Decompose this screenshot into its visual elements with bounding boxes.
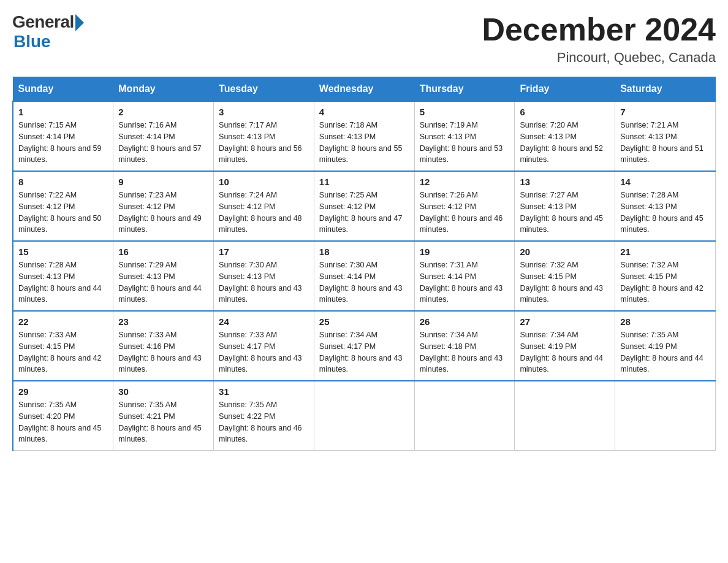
day-cell-23: 23 Sunrise: 7:33 AMSunset: 4:16 PMDaylig… [113,311,214,381]
day-number: 9 [118,177,208,187]
day-number: 19 [420,247,510,257]
day-info: Sunrise: 7:35 AMSunset: 4:22 PMDaylight:… [219,399,309,445]
day-number: 22 [18,316,108,327]
day-info: Sunrise: 7:19 AMSunset: 4:13 PMDaylight:… [420,120,510,166]
day-cell-31: 31 Sunrise: 7:35 AMSunset: 4:22 PMDaylig… [214,381,314,451]
day-info: Sunrise: 7:16 AMSunset: 4:14 PMDaylight:… [118,120,208,166]
day-info: Sunrise: 7:15 AMSunset: 4:14 PMDaylight:… [18,120,108,166]
col-header-monday: Monday [113,77,214,102]
empty-cell [515,381,615,451]
day-number: 28 [620,316,710,327]
day-cell-16: 16 Sunrise: 7:29 AMSunset: 4:13 PMDaylig… [113,241,214,311]
page-header: General Blue December 2024 Pincourt, Que… [12,12,716,66]
day-number: 6 [520,107,610,117]
day-cell-1: 1 Sunrise: 7:15 AMSunset: 4:14 PMDayligh… [13,101,113,171]
day-info: Sunrise: 7:20 AMSunset: 4:13 PMDaylight:… [520,120,610,166]
logo-general-text: General [12,12,74,32]
day-cell-28: 28 Sunrise: 7:35 AMSunset: 4:19 PMDaylig… [615,311,716,381]
day-number: 5 [420,107,510,117]
day-number: 10 [219,177,309,187]
day-info: Sunrise: 7:30 AMSunset: 4:14 PMDaylight:… [319,259,409,305]
day-cell-27: 27 Sunrise: 7:34 AMSunset: 4:19 PMDaylig… [515,311,615,381]
day-cell-3: 3 Sunrise: 7:17 AMSunset: 4:13 PMDayligh… [214,101,314,171]
day-cell-29: 29 Sunrise: 7:35 AMSunset: 4:20 PMDaylig… [13,381,113,451]
location-title: Pincourt, Quebec, Canada [482,50,716,66]
day-cell-26: 26 Sunrise: 7:34 AMSunset: 4:18 PMDaylig… [414,311,515,381]
day-info: Sunrise: 7:22 AMSunset: 4:12 PMDaylight:… [18,190,108,236]
day-cell-4: 4 Sunrise: 7:18 AMSunset: 4:13 PMDayligh… [314,101,414,171]
empty-cell [615,381,716,451]
day-cell-19: 19 Sunrise: 7:31 AMSunset: 4:14 PMDaylig… [414,241,515,311]
day-cell-15: 15 Sunrise: 7:28 AMSunset: 4:13 PMDaylig… [13,241,113,311]
day-cell-30: 30 Sunrise: 7:35 AMSunset: 4:21 PMDaylig… [113,381,214,451]
day-number: 7 [620,107,710,117]
col-header-sunday: Sunday [13,77,113,102]
day-number: 8 [18,177,108,187]
day-cell-13: 13 Sunrise: 7:27 AMSunset: 4:13 PMDaylig… [515,171,615,241]
week-row-3: 15 Sunrise: 7:28 AMSunset: 4:13 PMDaylig… [13,241,716,311]
day-info: Sunrise: 7:34 AMSunset: 4:19 PMDaylight:… [520,329,610,375]
day-number: 21 [620,247,710,257]
day-info: Sunrise: 7:25 AMSunset: 4:12 PMDaylight:… [319,190,409,236]
day-cell-5: 5 Sunrise: 7:19 AMSunset: 4:13 PMDayligh… [414,101,515,171]
day-cell-2: 2 Sunrise: 7:16 AMSunset: 4:14 PMDayligh… [113,101,214,171]
day-cell-12: 12 Sunrise: 7:26 AMSunset: 4:12 PMDaylig… [414,171,515,241]
col-header-friday: Friday [515,77,615,102]
day-cell-7: 7 Sunrise: 7:21 AMSunset: 4:13 PMDayligh… [615,101,716,171]
week-row-1: 1 Sunrise: 7:15 AMSunset: 4:14 PMDayligh… [13,101,716,171]
col-header-thursday: Thursday [414,77,515,102]
day-cell-25: 25 Sunrise: 7:34 AMSunset: 4:17 PMDaylig… [314,311,414,381]
day-number: 13 [520,177,610,187]
col-header-tuesday: Tuesday [214,77,314,102]
empty-cell [414,381,515,451]
day-cell-18: 18 Sunrise: 7:30 AMSunset: 4:14 PMDaylig… [314,241,414,311]
col-header-saturday: Saturday [615,77,716,102]
day-info: Sunrise: 7:33 AMSunset: 4:16 PMDaylight:… [118,329,208,375]
day-number: 18 [319,247,409,257]
day-info: Sunrise: 7:18 AMSunset: 4:13 PMDaylight:… [319,120,409,166]
day-cell-6: 6 Sunrise: 7:20 AMSunset: 4:13 PMDayligh… [515,101,615,171]
day-cell-22: 22 Sunrise: 7:33 AMSunset: 4:15 PMDaylig… [13,311,113,381]
day-cell-10: 10 Sunrise: 7:24 AMSunset: 4:12 PMDaylig… [214,171,314,241]
day-number: 11 [319,177,409,187]
day-number: 14 [620,177,710,187]
logo-arrow-icon [75,14,84,31]
day-number: 31 [219,386,309,397]
week-row-5: 29 Sunrise: 7:35 AMSunset: 4:20 PMDaylig… [13,381,716,451]
day-cell-24: 24 Sunrise: 7:33 AMSunset: 4:17 PMDaylig… [214,311,314,381]
empty-cell [314,381,414,451]
day-number: 17 [219,247,309,257]
day-info: Sunrise: 7:30 AMSunset: 4:13 PMDaylight:… [219,259,309,305]
week-row-2: 8 Sunrise: 7:22 AMSunset: 4:12 PMDayligh… [13,171,716,241]
day-cell-17: 17 Sunrise: 7:30 AMSunset: 4:13 PMDaylig… [214,241,314,311]
day-number: 24 [219,316,309,327]
day-info: Sunrise: 7:35 AMSunset: 4:21 PMDaylight:… [118,399,208,445]
week-row-4: 22 Sunrise: 7:33 AMSunset: 4:15 PMDaylig… [13,311,716,381]
day-number: 20 [520,247,610,257]
day-info: Sunrise: 7:33 AMSunset: 4:17 PMDaylight:… [219,329,309,375]
day-info: Sunrise: 7:34 AMSunset: 4:17 PMDaylight:… [319,329,409,375]
day-number: 27 [520,316,610,327]
day-number: 1 [18,107,108,117]
day-info: Sunrise: 7:28 AMSunset: 4:13 PMDaylight:… [620,190,710,236]
day-info: Sunrise: 7:32 AMSunset: 4:15 PMDaylight:… [620,259,710,305]
day-cell-8: 8 Sunrise: 7:22 AMSunset: 4:12 PMDayligh… [13,171,113,241]
logo-blue-text: Blue [13,32,51,52]
calendar-header-row: SundayMondayTuesdayWednesdayThursdayFrid… [13,77,716,102]
day-number: 4 [319,107,409,117]
month-title: December 2024 [482,12,716,47]
day-number: 30 [118,386,208,397]
day-number: 12 [420,177,510,187]
day-number: 15 [18,247,108,257]
calendar-table: SundayMondayTuesdayWednesdayThursdayFrid… [12,77,716,451]
day-number: 2 [118,107,208,117]
day-number: 25 [319,316,409,327]
day-info: Sunrise: 7:28 AMSunset: 4:13 PMDaylight:… [18,259,108,305]
day-info: Sunrise: 7:26 AMSunset: 4:12 PMDaylight:… [420,190,510,236]
day-cell-21: 21 Sunrise: 7:32 AMSunset: 4:15 PMDaylig… [615,241,716,311]
day-number: 23 [118,316,208,327]
day-info: Sunrise: 7:23 AMSunset: 4:12 PMDaylight:… [118,190,208,236]
logo: General Blue [12,12,84,52]
day-info: Sunrise: 7:33 AMSunset: 4:15 PMDaylight:… [18,329,108,375]
day-info: Sunrise: 7:27 AMSunset: 4:13 PMDaylight:… [520,190,610,236]
